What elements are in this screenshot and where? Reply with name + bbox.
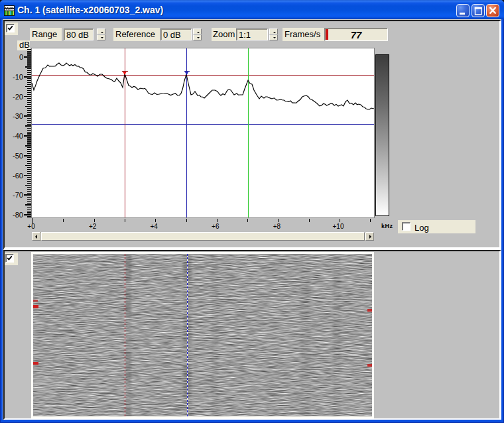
svg-text:-80: -80 — [13, 211, 23, 219]
svg-text:-30: -30 — [13, 112, 23, 120]
svg-text:-40: -40 — [13, 132, 23, 140]
svg-text:0: 0 — [19, 53, 23, 61]
svg-text:-70: -70 — [13, 191, 23, 199]
svg-text:+0: +0 — [27, 223, 35, 230]
svg-text:+8: +8 — [273, 223, 281, 230]
svg-text:-20: -20 — [13, 93, 23, 101]
svg-text:+2: +2 — [89, 223, 97, 230]
svg-text:-60: -60 — [13, 172, 23, 180]
svg-text:-50: -50 — [13, 152, 23, 160]
svg-text:-10: -10 — [13, 73, 23, 81]
svg-text:+6: +6 — [212, 223, 220, 230]
svg-text:+4: +4 — [150, 223, 158, 230]
svg-text:+10: +10 — [333, 223, 344, 230]
